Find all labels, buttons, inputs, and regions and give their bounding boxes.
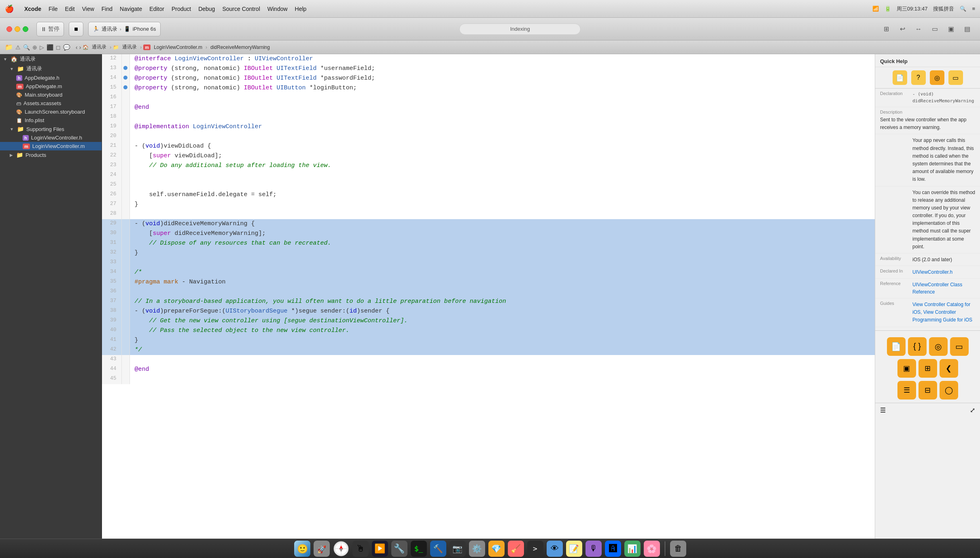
- code-scroll-area[interactable]: 12 @interface LoginViewController : UIVi…: [102, 54, 875, 539]
- apple-menu-icon[interactable]: 🍎: [5, 4, 14, 13]
- sidebar-item-supporting-files[interactable]: ▼ 📁 Supporting Files: [0, 125, 102, 133]
- dock-quicklook[interactable]: 👁: [547, 541, 563, 557]
- dock-safari[interactable]: [333, 541, 349, 557]
- breakpoint-dot[interactable]: [123, 66, 127, 70]
- dock-terminal2[interactable]: >: [527, 541, 543, 557]
- sidebar-item-assets[interactable]: 🗃 Assets.xcassets: [0, 99, 102, 108]
- table-row: 38 - (void)prepareForSegue:(UIStoryboard…: [102, 306, 875, 316]
- menu-help[interactable]: Help: [295, 6, 307, 12]
- view-icon-lib[interactable]: ▣: [897, 359, 916, 378]
- test-navigator-icon[interactable]: ▷: [40, 44, 44, 51]
- dock-sketch[interactable]: 💎: [488, 541, 505, 557]
- dock-finder[interactable]: 🙂: [294, 541, 310, 557]
- menu-bar: 🍎 Xcode File Edit View Find Navigate Edi…: [0, 0, 980, 18]
- debug-navigator-icon[interactable]: ⬛: [47, 44, 53, 51]
- sidebar-item-appdelegatem[interactable]: m AppDelegate.m: [0, 82, 102, 91]
- list-icon-lib[interactable]: ☰: [897, 381, 916, 399]
- identity-inspector-btn[interactable]: ◎: [930, 70, 944, 85]
- breadcrumb-forward[interactable]: ›: [79, 44, 81, 51]
- breadcrumb-symbol[interactable]: didReceiveMemoryWarning: [209, 44, 272, 50]
- sidebar-item-products[interactable]: ▶ 📁 Products: [0, 150, 102, 159]
- dock-podcast[interactable]: 🎙: [585, 541, 602, 557]
- menu-find[interactable]: Find: [102, 6, 112, 12]
- sidebar-item-launchscreen[interactable]: 🎨 LaunchScreen.storyboard: [0, 108, 102, 116]
- menu-bar-list[interactable]: ≡: [972, 6, 975, 12]
- dock-appstore[interactable]: 🅰: [605, 541, 621, 557]
- breadcrumb-root[interactable]: 🏠 通讯录: [83, 44, 108, 51]
- media-library-icon[interactable]: ▭: [950, 337, 969, 356]
- code-snippet-icon[interactable]: { }: [908, 337, 927, 356]
- quick-help-btn[interactable]: ?: [911, 70, 926, 85]
- qh-expand-icon[interactable]: ⤢: [970, 406, 975, 414]
- menu-file[interactable]: File: [49, 6, 58, 12]
- dock-cleanmymac[interactable]: 🧹: [508, 541, 524, 557]
- code-editor[interactable]: 12 @interface LoginViewController : UIVi…: [102, 54, 875, 539]
- dock-activity[interactable]: 📊: [624, 541, 641, 557]
- navigator-toggle[interactable]: ⊞: [880, 23, 893, 36]
- dock-tools[interactable]: 🔧: [391, 541, 407, 557]
- menu-navigate[interactable]: Navigate: [120, 6, 142, 12]
- debug-view-toggle[interactable]: ▣: [944, 23, 957, 36]
- dock-systemprefs[interactable]: ⚙️: [469, 541, 485, 557]
- table-icon-lib[interactable]: ⊟: [918, 381, 937, 399]
- dock-launchpad[interactable]: 🚀: [314, 541, 330, 557]
- object-library-icon[interactable]: ◎: [929, 337, 948, 356]
- layout-toggle[interactable]: ↔: [912, 23, 925, 36]
- pause-button[interactable]: ⏸ 暂停: [36, 22, 64, 36]
- inspector-toggle[interactable]: ▤: [961, 23, 974, 36]
- close-button[interactable]: [6, 26, 12, 32]
- back-forward-buttons[interactable]: ↩: [896, 23, 909, 36]
- issue-navigator-icon[interactable]: ⊕: [32, 44, 37, 51]
- dock-quicktime[interactable]: ▶️: [372, 541, 388, 557]
- menu-product[interactable]: Product: [172, 6, 191, 12]
- qh-reference-value[interactable]: UIViewController Class Reference: [912, 281, 975, 296]
- minimize-button[interactable]: [15, 26, 20, 32]
- menu-view[interactable]: View: [82, 6, 94, 12]
- dock-camera[interactable]: 📷: [450, 541, 466, 557]
- breadcrumb-group[interactable]: 📁 通讯录: [113, 44, 138, 51]
- sidebar-group-tongxunlu[interactable]: ▼ 📁 通讯录: [0, 64, 102, 74]
- breakpoint-navigator-icon[interactable]: ◻: [56, 44, 61, 51]
- sidebar-root-group[interactable]: ▼ 🏠 通讯录: [0, 54, 102, 64]
- breakpoint-dot[interactable]: [123, 76, 127, 80]
- table-row: 33: [102, 258, 875, 268]
- sidebar-item-loginvcM[interactable]: m LoginViewController.m: [0, 142, 102, 150]
- qh-guides-value[interactable]: View Controller Catalog for iOS, View Co…: [912, 301, 975, 324]
- menu-xcode[interactable]: Xcode: [24, 6, 41, 12]
- file-navigator-icon[interactable]: 📁: [5, 43, 13, 51]
- scheme-selector[interactable]: 🏃 通讯录 › 📱 iPhone 6s: [88, 22, 161, 36]
- qh-declared-value[interactable]: UIViewController.h: [912, 268, 975, 276]
- file-inspector-btn[interactable]: 📄: [893, 70, 907, 85]
- dock-notes[interactable]: 📝: [566, 541, 582, 557]
- maximize-button[interactable]: [23, 26, 28, 32]
- menu-bar-search[interactable]: 🔍: [960, 6, 966, 12]
- circle-icon-lib[interactable]: ◯: [940, 381, 958, 399]
- breakpoint-dot[interactable]: [123, 85, 127, 89]
- menu-source-control[interactable]: Source Control: [222, 6, 260, 12]
- editor-view-toggle[interactable]: ▭: [928, 23, 941, 36]
- menu-window[interactable]: Window: [267, 6, 288, 12]
- report-navigator-icon[interactable]: 💬: [63, 44, 70, 51]
- grid-icon-lib[interactable]: ⊞: [918, 359, 937, 378]
- menu-editor[interactable]: Editor: [149, 6, 164, 12]
- sym-navigator-icon[interactable]: ⚠: [15, 44, 21, 51]
- stop-button[interactable]: ■: [69, 22, 83, 36]
- sidebar-item-mainstoryboard[interactable]: 🎨 Main.storyboard: [0, 91, 102, 99]
- breadcrumb-file[interactable]: m LoginViewController.m: [143, 44, 204, 50]
- qh-list-icon[interactable]: ☰: [880, 406, 886, 414]
- attributes-inspector-btn[interactable]: ▭: [948, 70, 963, 85]
- search-navigator-icon[interactable]: 🔍: [23, 44, 30, 51]
- dock-photos[interactable]: 🌸: [644, 541, 660, 557]
- menu-edit[interactable]: Edit: [65, 6, 75, 12]
- dock-trash[interactable]: 🗑: [670, 541, 686, 557]
- chevron-icon-lib[interactable]: ❮: [940, 359, 958, 378]
- dock-mousepose[interactable]: 🖱: [352, 541, 369, 557]
- sidebar-item-loginvcH[interactable]: h LoginViewController.h: [0, 133, 102, 142]
- breadcrumb-back[interactable]: ‹: [76, 44, 78, 51]
- menu-debug[interactable]: Debug: [198, 6, 215, 12]
- sidebar-item-appdelegateh[interactable]: h AppDelegate.h: [0, 74, 102, 82]
- file-template-icon[interactable]: 📄: [887, 337, 906, 356]
- dock-terminal[interactable]: $_: [411, 541, 427, 557]
- dock-xcode[interactable]: 🔨: [430, 541, 446, 557]
- sidebar-item-infoplist[interactable]: 📋 Info.plist: [0, 116, 102, 125]
